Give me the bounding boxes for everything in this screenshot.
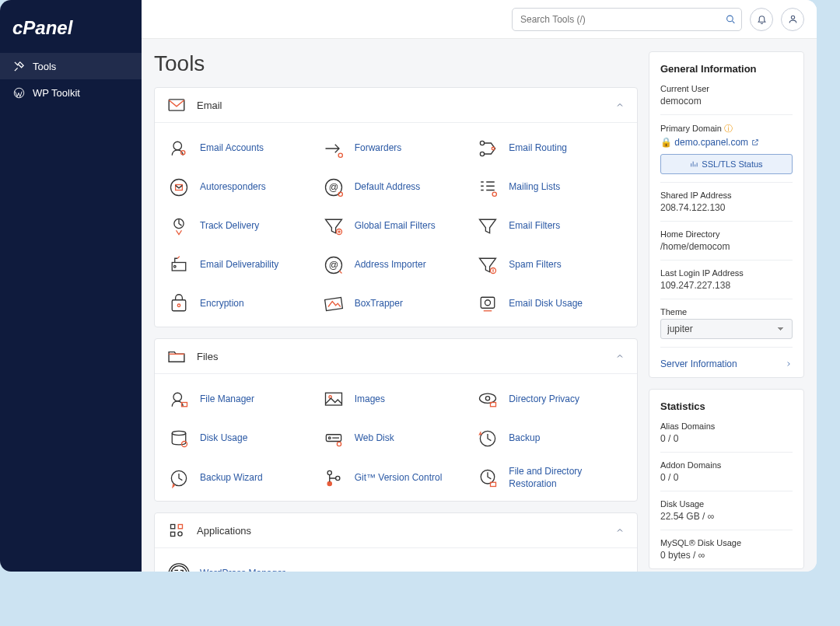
content: Tools Email Email AccountsForwardersEmai… [142,39,817,572]
stat-value: 22.54 GB / ∞ [660,511,793,522]
tool-autoresponders[interactable]: Autoresponders [167,170,316,205]
tool-disk-usage[interactable]: Disk Usage [167,421,316,456]
tool-icon [167,137,191,160]
theme-select[interactable]: jupiter [660,319,793,339]
tool-file-manager[interactable]: File Manager [167,382,316,418]
server-information-link[interactable]: Server Information [660,355,793,369]
tool-label: File Manager [200,393,254,406]
info-label: Home Directory [660,229,793,239]
stat-value: 0 bytes / ∞ [660,550,793,561]
tool-icon [476,254,499,277]
panel-head-files[interactable]: Files [155,339,637,374]
stat-block: Disk Usage22.54 GB / ∞ [660,499,793,530]
primary-domain-link[interactable]: demo.cpanel.com [674,137,759,148]
tool-email-accounts[interactable]: Email Accounts [167,131,316,166]
ssl-status-button[interactable]: SSL/TLS Status [660,154,793,174]
panel-applications: Applications WordPress Manager [154,512,638,572]
page-title: Tools [154,51,638,76]
home-dir-value: /home/democom [660,241,793,252]
search-input[interactable] [512,8,742,31]
tool-encryption[interactable]: Encryption [167,286,316,322]
tool-file-and-directory-restoration[interactable]: File and Directory Restoration [476,460,625,496]
panel-head-email[interactable]: Email [155,88,637,123]
tool-directory-privacy[interactable]: Directory Privacy [476,382,625,418]
svg-point-32 [480,393,496,403]
tool-icon [322,215,345,238]
tool-track-delivery[interactable]: Track Delivery [167,208,316,244]
tool-label: Backup [509,432,540,445]
stat-block: Addon Domains0 / 0 [660,460,793,491]
tool-icon [476,215,499,238]
tool-icon: @ [322,254,345,277]
tool-mailing-lists[interactable]: Mailing Lists [476,170,625,205]
tool-icon [476,467,499,490]
info-label: Shared IP Address [660,191,793,200]
chevron-up-icon [615,100,625,110]
tool-label: Mailing Lists [509,181,560,194]
tool-wordpress-manager[interactable]: WordPress Manager [167,556,316,572]
stat-label: Alias Domains [660,421,793,431]
apps-icon [167,523,186,538]
sidebar-item-label: WP Toolkit [33,87,80,99]
tool-images[interactable]: Images [322,382,471,418]
topbar [142,0,817,39]
tool-address-importer[interactable]: @Address Importer [322,247,471,283]
tool-icon [167,467,191,490]
tool-icon [167,176,191,199]
tool-web-disk[interactable]: Web Disk [322,421,471,456]
tool-boxtrapper[interactable]: BoxTrapper [322,286,471,322]
tool-label: Encryption [200,298,244,310]
svg-point-15 [492,192,496,196]
svg-point-24 [177,304,180,307]
chevron-up-icon [615,351,625,361]
tool-default-address[interactable]: @Default Address [322,170,471,205]
tool-global-email-filters[interactable]: Global Email Filters [322,208,471,244]
svg-point-10 [171,180,187,196]
tool-email-disk-usage[interactable]: Email Disk Usage [476,286,625,322]
tool-email-routing[interactable]: Email Routing [476,131,625,166]
svg-point-53 [171,566,187,572]
tool-email-filters[interactable]: Email Filters [476,208,625,244]
tool-label: File and Directory Restoration [509,466,625,490]
svg-rect-3 [169,100,184,110]
tool-label: Spam Filters [509,259,561,271]
svg-point-42 [173,484,174,485]
tool-label: Git™ Version Control [355,472,443,484]
email-icon [167,97,186,113]
left-column: Tools Email Email AccountsForwardersEmai… [154,51,638,559]
search-icon[interactable] [726,14,736,24]
svg-point-33 [486,397,490,400]
last-login-value: 109.247.227.138 [660,280,793,291]
tool-icon [476,388,499,411]
tool-forwarders[interactable]: Forwarders [322,131,471,166]
tool-git-version-control[interactable]: Git™ Version Control [322,460,471,496]
panel-title: General Information [660,63,793,75]
sidebar: cPanel Tools WP Toolkit [0,0,142,572]
tool-spam-filters[interactable]: Spam Filters [476,247,625,283]
user-button[interactable] [781,8,804,31]
panel-body-email: Email AccountsForwardersEmail RoutingAut… [155,123,637,327]
tool-icon [167,388,191,411]
tool-label: Track Delivery [200,220,259,233]
tool-email-deliverability[interactable]: Email Deliverability [167,247,316,283]
stat-label: Addon Domains [660,460,793,470]
svg-rect-26 [481,297,495,308]
tool-backup-wizard[interactable]: Backup Wizard [167,460,316,496]
tool-icon [167,292,191,316]
svg-point-7 [481,141,485,145]
info-label: Last Login IP Address [660,268,793,278]
sidebar-item-tools[interactable]: Tools [0,53,142,79]
tool-icon [476,176,499,199]
info-label: Primary Domain ⓘ [660,123,793,135]
notifications-button[interactable] [750,8,773,31]
sidebar-item-wptoolkit[interactable]: WP Toolkit [0,79,142,106]
panel-head-applications[interactable]: Applications [155,513,637,548]
svg-rect-25 [324,298,342,311]
tool-backup[interactable]: Backup [476,421,625,456]
tool-icon [322,388,345,411]
stat-value: 0 / 0 [660,433,793,444]
tool-label: Email Deliverability [200,259,278,271]
statistics-panel: Statistics Alias Domains0 / 0Addon Domai… [649,389,804,569]
tool-icon [476,427,499,450]
tool-label: WordPress Manager [200,568,285,572]
